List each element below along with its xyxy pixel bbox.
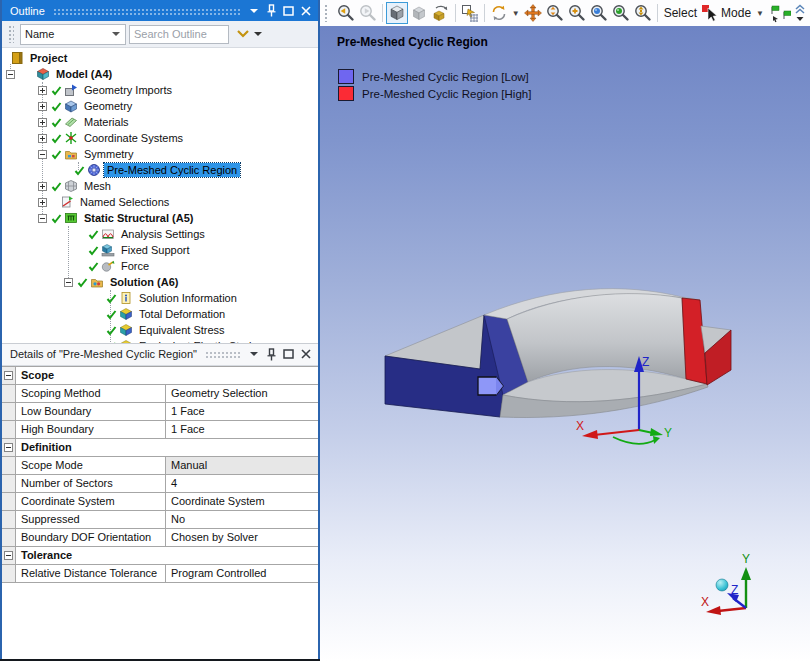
toolbar-grip-handle[interactable]	[324, 4, 329, 22]
check-icon	[106, 309, 118, 320]
tree-item-pre-meshed-cyclic-region[interactable]: Pre-Meshed Cyclic Region	[2, 162, 318, 178]
tree-item-total-deformation[interactable]: Total Deformation	[2, 306, 318, 322]
expander-plus-icon[interactable]	[38, 118, 47, 127]
pin-icon[interactable]	[263, 346, 280, 363]
details-title: Details of "Pre-Meshed Cyclic Region"	[10, 348, 197, 360]
details-table: Scope Scoping Method Geometry Selection …	[2, 366, 318, 660]
label-manager-button[interactable]	[766, 2, 792, 24]
tree-item-project[interactable]: Project	[2, 50, 318, 66]
check-icon	[51, 85, 63, 96]
model-canvas[interactable]: Z X Y Y X Z	[320, 26, 810, 661]
box-zoom-button[interactable]	[566, 2, 588, 24]
details-row-suppressed: Suppressed No	[2, 511, 318, 529]
rotate-button[interactable]	[488, 2, 510, 24]
expander-plus-icon[interactable]	[38, 134, 47, 143]
tree-item-model[interactable]: Model (A4)	[2, 66, 318, 82]
expander-plus-icon[interactable]	[38, 198, 47, 207]
titlebar-texture	[205, 351, 240, 359]
tree-item-solution[interactable]: Solution (A6)	[2, 274, 318, 290]
tree-item-mesh[interactable]: Mesh	[2, 178, 318, 194]
tree-item-named-selections[interactable]: Named Selections	[2, 194, 318, 210]
expander-minus-icon[interactable]	[38, 214, 47, 223]
chevron-down-icon	[112, 31, 121, 37]
analysis-settings-icon	[101, 227, 115, 241]
details-group-tolerance[interactable]: Tolerance	[2, 547, 318, 565]
toolbar-collapse-button[interactable]	[792, 2, 808, 24]
global-triad[interactable]: Y X Z	[701, 552, 751, 615]
toolbar-grip-handle[interactable]	[8, 25, 14, 43]
check-icon	[106, 341, 118, 343]
zoom-to-selection-button[interactable]	[610, 2, 632, 24]
zoom-button[interactable]	[544, 2, 566, 24]
mode-label: Mode	[721, 6, 751, 20]
details-row-relative-distance-tolerance: Relative Distance Tolerance Program Cont…	[2, 565, 318, 583]
check-icon	[51, 213, 63, 224]
solution-icon	[90, 275, 104, 289]
section-plane-button[interactable]	[459, 2, 481, 24]
check-icon	[74, 165, 86, 176]
expander-plus-icon[interactable]	[38, 182, 47, 191]
group-collapse-icon[interactable]	[2, 439, 16, 456]
float-icon[interactable]	[280, 2, 297, 19]
details-row-low-boundary: Low Boundary 1 Face	[2, 403, 318, 421]
filter-type-dropdown[interactable]: Name	[20, 24, 126, 45]
iso-view-button[interactable]	[386, 2, 408, 24]
triad-x-label: X	[576, 419, 584, 433]
tree-item-geometry-imports[interactable]: Geometry Imports	[2, 82, 318, 98]
window-menu-icon[interactable]	[246, 346, 263, 363]
zoom-forward-button[interactable]	[357, 2, 379, 24]
graphics-area: ▼ Select Mode ▼ Pre-Meshed Cyclic Region…	[318, 0, 810, 659]
expander-minus-icon[interactable]	[64, 278, 73, 287]
check-icon	[51, 101, 63, 112]
pin-icon[interactable]	[263, 2, 280, 19]
details-group-scope[interactable]: Scope	[2, 367, 318, 385]
details-row-boundary-dof-orientation: Boundary DOF Orientation Chosen by Solve…	[2, 529, 318, 547]
symmetry-icon	[64, 147, 78, 161]
check-icon	[106, 293, 118, 304]
pan-button[interactable]	[522, 2, 544, 24]
rotate-dropdown-icon[interactable]: ▼	[512, 9, 520, 18]
details-titlebar: Details of "Pre-Meshed Cyclic Region"	[2, 343, 318, 366]
look-at-face-button[interactable]	[408, 2, 430, 24]
tree-item-coordinate-systems[interactable]: Coordinate Systems	[2, 130, 318, 146]
geometry-icon	[64, 99, 78, 113]
group-collapse-icon[interactable]	[2, 367, 16, 384]
float-icon[interactable]	[280, 346, 297, 363]
zoom-fit-button[interactable]	[588, 2, 610, 24]
outline-titlebar: Outline	[2, 0, 318, 21]
close-icon[interactable]	[297, 346, 314, 363]
3d-viewport[interactable]: Pre-Meshed Cyclic Region Pre-Meshed Cycl…	[320, 26, 810, 661]
tree-item-equivalent-elastic-strain[interactable]: Equivalent Elastic Strain	[2, 338, 318, 343]
magnifier-window-button[interactable]	[632, 2, 654, 24]
check-icon	[51, 133, 63, 144]
details-row-high-boundary: High Boundary 1 Face	[2, 421, 318, 439]
tree-item-analysis-settings[interactable]: Analysis Settings	[2, 226, 318, 242]
tree-item-geometry[interactable]: Geometry	[2, 98, 318, 114]
details-group-definition[interactable]: Definition	[2, 439, 318, 457]
tree-item-solution-information[interactable]: Solution Information	[2, 290, 318, 306]
tree-item-equivalent-stress[interactable]: Equivalent Stress	[2, 322, 318, 338]
group-collapse-icon[interactable]	[2, 547, 16, 564]
tree-item-materials[interactable]: Materials	[2, 114, 318, 130]
result-icon	[119, 307, 133, 321]
expander-plus-icon[interactable]	[38, 102, 47, 111]
window-menu-icon[interactable]	[246, 2, 263, 19]
tree-item-force[interactable]: Force	[2, 258, 318, 274]
search-input[interactable]	[129, 25, 229, 44]
rotate-cube-button[interactable]	[430, 2, 452, 24]
zoom-back-button[interactable]	[335, 2, 357, 24]
tree-item-symmetry[interactable]: Symmetry	[2, 146, 318, 162]
model-icon	[36, 67, 50, 81]
toolbar-separator	[455, 4, 456, 22]
expander-minus-icon[interactable]	[6, 70, 15, 79]
expand-search-options-icon[interactable]	[235, 28, 263, 40]
close-icon[interactable]	[297, 2, 314, 19]
expander-minus-icon[interactable]	[38, 150, 47, 159]
force-icon	[101, 259, 115, 273]
expander-plus-icon[interactable]	[38, 86, 47, 95]
check-icon	[51, 117, 63, 128]
tree-item-fixed-support[interactable]: Fixed Support	[2, 242, 318, 258]
mode-dropdown-icon[interactable]: ▼	[756, 9, 764, 18]
tree-item-static-structural[interactable]: Static Structural (A5)	[2, 210, 318, 226]
select-mode-icon[interactable]	[700, 2, 718, 24]
